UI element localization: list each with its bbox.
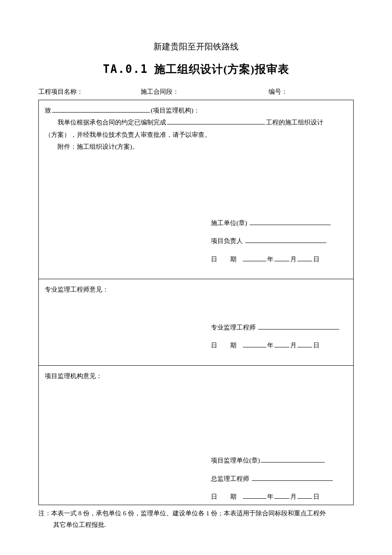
form-title: TA.0.1 施工组织设计(方案)报审表	[38, 59, 354, 80]
supervisor-opinion-heading: 专业监理工程师意见：	[45, 283, 347, 296]
year-blank-3[interactable]	[243, 492, 266, 499]
year-blank-2[interactable]	[243, 341, 266, 348]
chief-engineer-blank[interactable]	[252, 474, 333, 481]
attachment-line: 附件：施工组织设计(方案)。	[45, 141, 347, 153]
supervisor-engineer-cell: 专业监理工程师意见： 专业监理工程师 日期 年月日	[39, 279, 354, 366]
month-blank-3[interactable]	[274, 492, 289, 499]
supervision-org-cell: 项目监理机构意见： 项目监理单位(章) 总监理工程师 日期 年月日	[39, 365, 354, 505]
body-line-2: （方案），并经我单位技术负责人审查批准，请予以审查。	[45, 129, 347, 141]
project-name-label: 工程项目名称：	[38, 86, 141, 98]
railway-line-title: 新建贵阳至开阳铁路线	[38, 38, 354, 55]
contract-section-label: 施工合同段：	[141, 86, 268, 98]
body-line-1: 我单位根据承包合同的约定已编制完成工程的施工组织设计	[45, 116, 347, 129]
supervision-org-signature-block: 项目监理单位(章) 总监理工程师 日期 年月日	[211, 454, 347, 503]
day-blank-3[interactable]	[297, 492, 312, 499]
contractor-signature-block: 施工单位(章) 项目负责人 日期 年月日	[211, 217, 347, 266]
form-number-label: 编号：	[268, 86, 354, 98]
form-code: TA.0.1	[103, 63, 148, 75]
form-title-text: 施工组织设计(方案)报审表	[154, 63, 289, 75]
day-blank[interactable]	[297, 254, 312, 261]
project-blank[interactable]	[167, 118, 265, 125]
supervision-unit-blank[interactable]	[261, 456, 325, 463]
supervisor-engineer-blank[interactable]	[258, 323, 339, 330]
approval-form-table: 致(项目监理机构)： 我单位根据承包合同的约定已编制完成工程的施工组织设计 （方…	[38, 100, 354, 505]
contractor-unit-blank[interactable]	[250, 218, 331, 225]
project-leader-blank[interactable]	[245, 237, 326, 243]
supervision-org-opinion-heading: 项目监理机构意见：	[45, 370, 347, 382]
day-blank-2[interactable]	[297, 341, 312, 348]
month-blank-2[interactable]	[274, 341, 289, 348]
addressee-line: 致(项目监理机构)：	[45, 104, 347, 117]
month-blank[interactable]	[274, 254, 289, 261]
year-blank[interactable]	[243, 254, 266, 261]
addressee-blank[interactable]	[52, 106, 150, 113]
supervisor-signature-block: 专业监理工程师 日期 年月日	[211, 321, 347, 352]
meta-row: 工程项目名称： 施工合同段： 编号：	[38, 86, 354, 98]
footer-note: 注：本表一式 8 份，承包单位 6 份，监理单位、建设单位各 1 份；本表适用于…	[38, 508, 354, 531]
contractor-section-cell: 致(项目监理机构)： 我单位根据承包合同的约定已编制完成工程的施工组织设计 （方…	[39, 100, 354, 279]
